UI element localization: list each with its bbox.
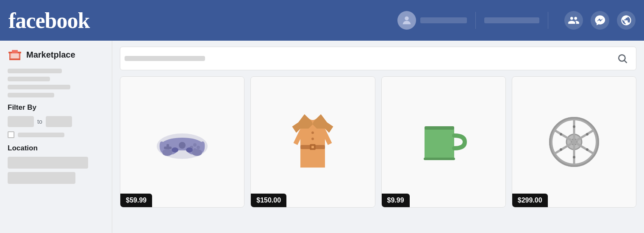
header-search-bar — [484, 17, 539, 23]
sidebar-bar-2 — [8, 77, 50, 81]
header-divider — [475, 12, 476, 29]
product-image-gamepad — [120, 77, 244, 207]
product-grid: $59.99 — [120, 76, 636, 208]
globe-icon-btn[interactable] — [617, 11, 636, 30]
profile-section — [397, 11, 467, 30]
sidebar-bar-1 — [8, 69, 62, 73]
svg-line-8 — [625, 61, 627, 63]
svg-point-16 — [162, 149, 172, 156]
svg-point-44 — [560, 133, 562, 136]
filter-max-input[interactable] — [46, 116, 72, 127]
svg-rect-27 — [425, 126, 454, 130]
filter-checkbox-row — [8, 131, 104, 138]
svg-point-20 — [186, 147, 193, 153]
svg-point-40 — [586, 133, 588, 136]
svg-point-0 — [405, 17, 408, 20]
svg-rect-11 — [164, 147, 172, 149]
svg-point-12 — [193, 143, 197, 147]
content-area: $59.99 — [112, 41, 644, 233]
header-right-section — [397, 11, 636, 30]
messenger-icon-btn[interactable] — [591, 11, 609, 30]
friends-icon — [568, 14, 580, 26]
globe-icon — [620, 14, 632, 26]
wheel-icon — [549, 116, 600, 167]
search-bar — [120, 47, 636, 70]
svg-point-41 — [586, 148, 588, 151]
product-price-mug: $9.99 — [382, 194, 410, 207]
facebook-logo: facebook — [8, 8, 89, 33]
svg-rect-6 — [10, 53, 19, 58]
user-icon — [401, 14, 413, 26]
location-label: Location — [8, 144, 104, 153]
messenger-icon — [594, 14, 606, 26]
product-card-coat[interactable]: $150.00 — [250, 76, 375, 208]
svg-point-18 — [179, 142, 186, 149]
location-input-2[interactable] — [8, 172, 75, 184]
location-input-1[interactable] — [8, 157, 88, 169]
header-divider2 — [548, 12, 548, 29]
product-card-wheel[interactable]: $299.00 — [512, 76, 636, 208]
svg-point-19 — [172, 147, 178, 153]
filter-to-label: to — [37, 118, 42, 125]
svg-point-13 — [197, 146, 200, 149]
svg-rect-28 — [424, 158, 455, 160]
gamepad-icon — [155, 123, 210, 161]
svg-point-39 — [573, 125, 575, 128]
main-layout: Marketplace Filter By to Location — [0, 41, 644, 233]
svg-rect-26 — [425, 127, 454, 159]
product-image-wheel — [512, 77, 636, 207]
svg-rect-23 — [311, 146, 314, 148]
marketplace-label: Marketplace — [26, 50, 75, 60]
filter-min-input[interactable] — [8, 116, 34, 127]
product-price-wheel: $299.00 — [512, 194, 548, 207]
svg-point-43 — [560, 148, 562, 151]
header-icons — [564, 11, 636, 30]
svg-point-25 — [311, 138, 314, 140]
search-placeholder-bar — [125, 56, 205, 61]
app-header: facebook — [0, 0, 644, 41]
mug-icon — [420, 119, 467, 165]
filter-checkbox-label — [18, 133, 64, 137]
product-card-gamepad[interactable]: $59.99 — [120, 76, 244, 208]
product-price-coat: $150.00 — [251, 194, 286, 207]
marketplace-icon — [8, 47, 22, 62]
sidebar-bar-3 — [8, 85, 70, 89]
sidebar-bar-4 — [8, 93, 54, 97]
product-card-mug[interactable]: $9.99 — [381, 76, 506, 208]
friends-icon-btn[interactable] — [564, 11, 583, 30]
svg-point-17 — [192, 149, 202, 156]
product-image-coat — [251, 77, 375, 207]
filter-checkbox[interactable] — [8, 131, 14, 138]
product-price-gamepad: $59.99 — [120, 194, 152, 207]
avatar[interactable] — [397, 11, 416, 30]
sidebar: Marketplace Filter By to Location — [0, 41, 112, 233]
filter-by-label: Filter By — [8, 103, 104, 112]
svg-rect-4 — [9, 58, 20, 60]
svg-rect-5 — [12, 50, 18, 53]
product-image-mug — [382, 77, 505, 207]
marketplace-title-row: Marketplace — [8, 47, 104, 62]
search-button[interactable] — [613, 49, 632, 68]
svg-point-42 — [573, 156, 575, 158]
search-icon — [617, 53, 628, 64]
filter-price-row: to — [8, 116, 104, 127]
profile-name-bar — [420, 17, 467, 23]
svg-point-24 — [311, 131, 314, 134]
coat-icon — [289, 110, 336, 174]
